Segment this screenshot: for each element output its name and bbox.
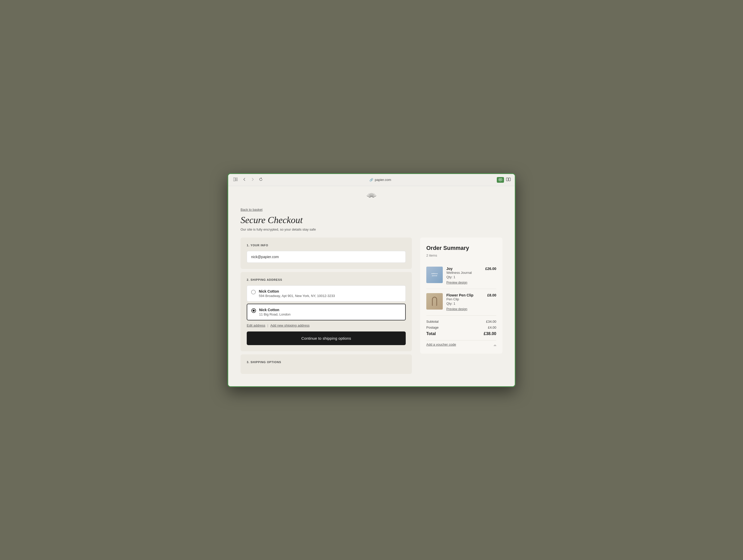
add-address-link[interactable]: Add new shipping address <box>270 324 310 327</box>
item-details-2: Flower Pen Clip Pen Clip Qty: 1 Preview … <box>446 293 484 311</box>
papier-logo <box>364 192 379 200</box>
item-details-1: Joy Wellness Journal Qty: 1 Preview desi… <box>446 267 482 285</box>
refresh-button[interactable] <box>258 177 264 182</box>
subtotal-row: Subtotal £34.00 <box>426 319 496 324</box>
your-info-section: 1. YOUR INFO nick@papier.com <box>241 238 412 269</box>
browser-window: 🔗 papier.com <box>227 173 516 387</box>
address-name-1: Nick Cotton <box>259 289 335 293</box>
subtotal-label: Subtotal <box>426 319 439 324</box>
order-item-1: wellnessjournal Joy Wellness Journal Qty… <box>426 262 496 289</box>
subtotal-value: £34.00 <box>486 319 496 324</box>
your-info-title: 1. YOUR INFO <box>247 244 406 247</box>
forward-button[interactable] <box>250 177 256 182</box>
item-preview-link-1[interactable]: Preview design <box>446 281 467 285</box>
back-to-basket-link[interactable]: Back to basket <box>241 208 262 212</box>
clip-image <box>426 293 443 310</box>
postage-value: £4.00 <box>488 326 496 330</box>
clip-shape <box>432 297 437 306</box>
item-qty-2: Qty: 1 <box>446 302 484 305</box>
shipping-address-section: 2. SHIPPING ADDRESS Nick Cotton 594 Broa… <box>241 272 412 351</box>
postage-label: Postage <box>426 326 439 330</box>
item-image-2 <box>426 293 443 310</box>
link-separator: | <box>267 324 268 327</box>
postage-row: Postage £4.00 <box>426 326 496 330</box>
split-view-button[interactable] <box>506 177 511 183</box>
address-option-2[interactable]: Nick Cotton 11 Big Road, London <box>247 304 406 320</box>
item-type-2: Pen Clip <box>446 297 484 301</box>
address-option-1[interactable]: Nick Cotton 594 Broadway, Apt 901, New Y… <box>247 286 406 302</box>
shipping-options-section: 3. SHIPPING OPTIONS <box>241 354 412 374</box>
order-item-2: Flower Pen Clip Pen Clip Qty: 1 Preview … <box>426 289 496 315</box>
order-totals: Subtotal £34.00 Postage £4.00 Total £38.… <box>426 315 496 346</box>
shipping-address-title: 2. SHIPPING ADDRESS <box>247 278 406 281</box>
chat-button[interactable] <box>497 177 504 183</box>
radio-dot-2 <box>253 310 255 312</box>
address-info-2: Nick Cotton 11 Big Road, London <box>259 308 291 316</box>
continue-to-shipping-button[interactable]: Continue to shipping options <box>247 332 406 345</box>
browser-controls <box>232 177 264 182</box>
item-qty-1: Qty: 1 <box>446 275 482 279</box>
order-summary: Order Summary 2 items wellnessjournal Jo… <box>420 238 502 354</box>
item-price-1: £26.00 <box>485 267 496 285</box>
item-type-1: Wellness Journal <box>446 271 482 274</box>
address-name-2: Nick Cotton <box>259 308 291 312</box>
voucher-label: Add a voucher code <box>426 343 456 346</box>
item-price-2: £8.00 <box>487 293 496 311</box>
svg-rect-0 <box>233 178 235 181</box>
browser-actions <box>497 177 511 183</box>
item-count: 2 items <box>426 254 496 257</box>
radio-1[interactable] <box>251 290 256 294</box>
total-label: Total <box>426 332 436 336</box>
browser-toolbar: 🔗 papier.com <box>228 174 515 186</box>
sidebar-toggle-button[interactable] <box>232 177 239 182</box>
radio-2[interactable] <box>251 308 256 313</box>
page-content: Back to basket Secure Checkout Our site … <box>228 186 515 386</box>
item-name-1: Joy <box>446 267 482 271</box>
svg-rect-8 <box>509 178 511 181</box>
item-name-2: Flower Pen Clip <box>446 293 484 297</box>
url-bar[interactable]: 🔗 papier.com <box>267 178 494 182</box>
total-value: £38.00 <box>484 332 496 336</box>
shipping-options-title: 3. SHIPPING OPTIONS <box>247 360 406 363</box>
checkout-left: 1. YOUR INFO nick@papier.com 2. SHIPPING… <box>241 238 412 374</box>
link-icon: 🔗 <box>369 178 373 182</box>
chevron-down-icon: ⌄ <box>494 343 496 346</box>
total-row: Total £38.00 <box>426 332 496 336</box>
journal-image: wellnessjournal <box>426 267 443 283</box>
address-details-1: 594 Broadway, Apt 901, New York, NY, 100… <box>259 294 335 298</box>
svg-rect-7 <box>506 178 508 181</box>
address-action-links: Edit address | Add new shipping address <box>247 324 406 327</box>
email-display: nick@papier.com <box>247 251 406 263</box>
page-title: Secure Checkout <box>241 215 502 225</box>
order-summary-title: Order Summary <box>426 245 496 251</box>
voucher-row[interactable]: Add a voucher code ⌄ <box>426 340 496 346</box>
item-preview-link-2[interactable]: Preview design <box>446 307 467 311</box>
address-details-2: 11 Big Road, London <box>259 312 291 316</box>
address-info-1: Nick Cotton 594 Broadway, Apt 901, New Y… <box>259 289 335 298</box>
journal-cover-text: wellnessjournal <box>431 273 438 277</box>
edit-address-link[interactable]: Edit address <box>247 324 265 327</box>
item-image-1: wellnessjournal <box>426 267 443 283</box>
url-text: papier.com <box>375 178 391 182</box>
back-button[interactable] <box>242 177 247 182</box>
main-layout: 1. YOUR INFO nick@papier.com 2. SHIPPING… <box>241 238 502 374</box>
logo-area <box>241 192 502 200</box>
page-subtitle: Our site is fully encrypted, so your det… <box>241 227 502 231</box>
